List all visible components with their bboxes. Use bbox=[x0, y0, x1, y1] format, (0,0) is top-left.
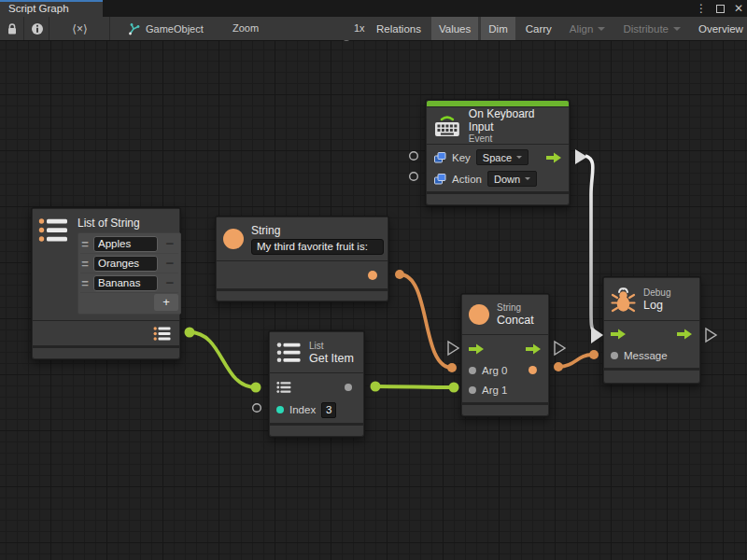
window-controls: ⋮ ✕ bbox=[696, 0, 743, 17]
dim-button[interactable]: Dim bbox=[481, 17, 514, 40]
window-close-icon[interactable]: ✕ bbox=[734, 0, 743, 17]
enter-flow-port[interactable] bbox=[611, 329, 627, 340]
remove-item-button[interactable]: − bbox=[162, 235, 178, 252]
info-button[interactable] bbox=[25, 17, 49, 40]
list-icon bbox=[276, 342, 302, 364]
window-maximize-icon[interactable] bbox=[716, 5, 725, 13]
arg0-port-label: Arg 0 bbox=[482, 365, 508, 376]
arg1-port-label: Arg 1 bbox=[482, 385, 508, 396]
unconnected-flow-triangle[interactable] bbox=[448, 342, 458, 355]
gameobject-label: GameObject bbox=[146, 23, 204, 35]
graph-owner[interactable]: GameObject bbox=[127, 17, 204, 40]
node-footer bbox=[33, 348, 179, 358]
remove-item-button[interactable]: − bbox=[162, 255, 178, 272]
node-title: Get Item bbox=[309, 352, 354, 365]
index-port-label: Index bbox=[289, 404, 316, 415]
arg1-input-port[interactable] bbox=[469, 386, 476, 394]
remove-item-button[interactable]: − bbox=[162, 274, 178, 291]
tab-script-graph[interactable]: Script Graph bbox=[0, 0, 103, 17]
event-header-bar bbox=[427, 101, 569, 106]
node-category: Debug bbox=[643, 287, 670, 299]
wire-list-to-getitem[interactable] bbox=[190, 332, 256, 387]
list-input-port[interactable] bbox=[276, 381, 291, 394]
string-value-input[interactable] bbox=[251, 239, 384, 255]
drag-handle-icon[interactable]: = bbox=[80, 237, 90, 251]
drag-handle-icon[interactable]: = bbox=[80, 257, 90, 271]
relations-button[interactable]: Relations bbox=[369, 17, 429, 40]
align-button[interactable]: Align bbox=[562, 17, 613, 40]
node-footer bbox=[427, 194, 569, 204]
action-enum-icon bbox=[433, 173, 446, 186]
node-category: List bbox=[309, 341, 354, 352]
wire-endpoint[interactable] bbox=[371, 382, 381, 392]
zoom-label: Zoom bbox=[233, 22, 259, 34]
chevron-down-icon bbox=[598, 27, 605, 35]
wire-endpoint[interactable] bbox=[447, 363, 457, 372]
node-category: String bbox=[497, 302, 534, 314]
gameobject-graph-icon bbox=[127, 22, 140, 35]
wire-endpoint[interactable] bbox=[185, 328, 195, 338]
unconnected-flow-triangle[interactable] bbox=[706, 329, 716, 342]
wire-concat-to-log[interactable] bbox=[558, 355, 592, 367]
node-title: List of String bbox=[78, 217, 181, 230]
toolbar-buttons: Relations Values Dim Carry Align Distrib… bbox=[369, 17, 747, 40]
node-footer bbox=[604, 371, 699, 383]
message-input-port[interactable] bbox=[611, 352, 618, 359]
list-output-port[interactable] bbox=[153, 326, 171, 342]
add-item-button[interactable]: + bbox=[154, 294, 178, 311]
exit-flow-port[interactable] bbox=[526, 343, 542, 355]
string-output-port[interactable] bbox=[368, 271, 377, 280]
result-output-port[interactable] bbox=[529, 366, 537, 374]
unconnected-flow-triangle[interactable] bbox=[555, 342, 565, 355]
chevron-down-icon bbox=[673, 27, 681, 35]
wire-endpoint[interactable] bbox=[449, 383, 459, 393]
node-concat[interactable]: String Concat Arg 0 bbox=[460, 293, 550, 417]
trigger-flow-port[interactable] bbox=[546, 152, 562, 163]
unconnected-port-ring[interactable] bbox=[253, 404, 261, 413]
item-output-port[interactable] bbox=[345, 384, 352, 391]
wire-endpoint[interactable] bbox=[554, 362, 563, 371]
wire-endpoint[interactable] bbox=[395, 270, 404, 279]
index-input-port[interactable] bbox=[276, 406, 284, 413]
list-add-row: + bbox=[80, 293, 178, 313]
graph-toolbar: ⟨×⟩ GameObject Zoom 1x Relations Values … bbox=[0, 17, 747, 41]
window-menu-icon[interactable]: ⋮ bbox=[696, 0, 707, 17]
key-port-label: Key bbox=[452, 152, 471, 163]
action-dropdown[interactable]: Down bbox=[487, 171, 537, 187]
key-dropdown[interactable]: Space bbox=[476, 149, 529, 165]
wire-endpoint[interactable] bbox=[589, 350, 599, 359]
wire-getitem-to-concat[interactable] bbox=[375, 386, 454, 387]
distribute-button[interactable]: Distribute bbox=[615, 17, 688, 40]
node-footer bbox=[217, 291, 388, 301]
node-list-of-string[interactable]: List of String = − = − bbox=[31, 207, 181, 360]
node-on-keyboard-input[interactable]: On Keyboard Input Event Key Space bbox=[425, 99, 571, 206]
bug-icon bbox=[611, 286, 636, 314]
lock-button[interactable] bbox=[0, 17, 24, 40]
list-item-input[interactable] bbox=[93, 256, 158, 272]
flow-wire-keyboard-to-log[interactable] bbox=[585, 156, 594, 331]
index-value-input[interactable]: 3 bbox=[321, 402, 336, 418]
node-title: Log bbox=[643, 299, 670, 312]
values-button[interactable]: Values bbox=[431, 17, 478, 40]
arg0-input-port[interactable] bbox=[469, 367, 476, 374]
graph-canvas[interactable]: On Keyboard Input Event Key Space bbox=[0, 41, 747, 560]
enter-flow-port[interactable] bbox=[469, 343, 485, 355]
node-get-item[interactable]: List Get Item I bbox=[268, 330, 365, 438]
wire-string-to-concat[interactable] bbox=[400, 274, 452, 368]
unconnected-port-ring[interactable] bbox=[410, 152, 418, 161]
overview-button[interactable]: Overview bbox=[691, 17, 747, 40]
node-debug-log[interactable]: Debug Log Message bbox=[602, 276, 701, 385]
list-item-input[interactable] bbox=[93, 236, 158, 252]
tab-title: Script Graph bbox=[8, 3, 69, 14]
wire-endpoint[interactable] bbox=[251, 383, 261, 393]
zoom-to-fit-button[interactable]: ⟨×⟩ bbox=[50, 17, 110, 40]
list-item-row: = − bbox=[80, 254, 178, 273]
drag-handle-icon[interactable]: = bbox=[80, 276, 90, 290]
node-string-literal[interactable]: String bbox=[215, 216, 389, 302]
carry-button[interactable]: Carry bbox=[518, 17, 559, 40]
exit-flow-port[interactable] bbox=[677, 329, 693, 340]
node-footer bbox=[462, 405, 548, 415]
list-item-input[interactable] bbox=[93, 275, 158, 291]
node-subtitle: Event bbox=[469, 133, 562, 145]
unconnected-port-ring[interactable] bbox=[410, 173, 418, 181]
